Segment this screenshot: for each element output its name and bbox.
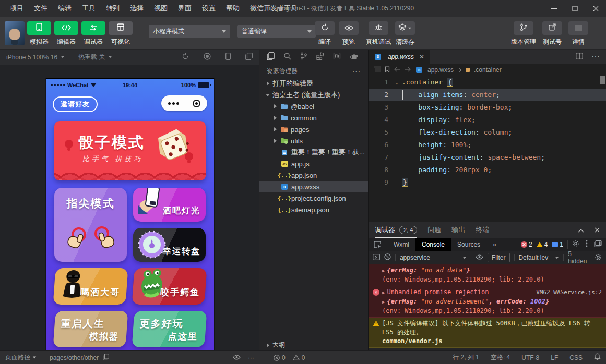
console-error-message[interactable]: ✕ ▶Unhandled promise rejectionVM62 WASer… [369,286,606,318]
fold-chevron-icon[interactable]: ⌄ [393,76,401,89]
nav-back-icon[interactable] [394,66,400,74]
breadcrumb-symbol[interactable]: .container [474,66,502,74]
clear-console-icon[interactable] [384,253,391,262]
menu-project[interactable]: 项目 [5,2,28,15]
preview-button[interactable]: 预览 [334,21,363,46]
tile-crocodile[interactable]: 咬手鳄鱼 [132,268,207,305]
inspect-element-icon[interactable] [369,238,387,251]
dice-mode-banner[interactable]: 骰子模式 比手气 拼技巧 [54,121,206,180]
tile-lucky-wheel[interactable]: 幸运转盘 [133,228,206,262]
menu-edit[interactable]: 编辑 [53,2,76,15]
devtools-tab-wxml[interactable]: Wxml [387,238,415,251]
tile-finger-mode[interactable]: 指尖模式 [54,188,127,262]
user-avatar[interactable] [5,21,25,45]
console-drawer-icon[interactable] [373,254,380,262]
kebab-menu-icon[interactable] [586,240,588,249]
tile-drink-bro[interactable]: 喝酒大哥 [53,268,128,305]
search-icon[interactable] [283,52,291,62]
tile-restart-life[interactable]: 重启人生 模拟器 [53,311,128,347]
editor-toggle-button[interactable]: 编辑器 [53,21,79,46]
split-editor-icon[interactable] [576,52,583,62]
language-mode[interactable]: CSS [569,354,583,361]
notifications-bell-icon[interactable] [594,353,601,362]
expand-triangle-icon[interactable]: ▶ [382,290,385,295]
expand-triangle-icon[interactable]: ▶ [382,299,385,305]
menu-view[interactable]: 视图 [149,2,172,15]
debugger-toggle-button[interactable]: 调试器 [80,21,106,46]
tab-output[interactable]: 输出 [451,225,465,235]
mode-select[interactable]: 小程序模式 [149,25,230,38]
file-readme[interactable]: 重要！重要！重要！获... [259,147,368,158]
simulator-toggle-button[interactable]: 模拟器 [26,21,52,46]
context-select[interactable]: appservice [400,254,467,261]
bookmark-icon[interactable] [385,66,390,74]
version-manage-button[interactable]: 版本管理 [507,21,540,46]
more-dots-icon[interactable] [168,102,179,105]
open-editors-section[interactable]: 打开的编辑器 [259,78,368,89]
multi-window-icon[interactable] [245,53,253,62]
tab-debugger[interactable]: 调试器 2, 4 [375,222,417,238]
cursor-position[interactable]: 行 2, 列 1 [453,353,479,362]
file-project-config[interactable]: {..}project.config.json [259,192,368,204]
console-settings-icon[interactable] [595,253,602,262]
folder-babel[interactable]: @babel [259,101,368,112]
eol-setting[interactable]: LF [551,354,558,361]
device-frame-icon[interactable] [225,53,231,62]
page-path-select[interactable]: 页面路径 [5,353,37,362]
encoding-setting[interactable]: UTF-8 [521,354,539,361]
source-control-icon[interactable] [300,52,307,62]
warning-count[interactable]: 4 [537,241,548,248]
folder-common[interactable]: common [259,112,368,124]
nav-forward-icon[interactable] [405,66,411,74]
visualization-toggle-button[interactable]: 可视化 [108,21,134,46]
expand-triangle-icon[interactable]: ▶ [382,268,385,273]
close-target-icon[interactable] [193,100,200,107]
file-app-json[interactable]: {..}app.json [259,169,368,181]
tab-terminal[interactable]: 终端 [476,225,489,235]
more-tabs-icon[interactable]: » [486,238,503,251]
record-icon[interactable] [204,53,211,62]
project-root-section[interactable]: 酒桌王者 (流量主版本) [259,89,368,101]
menu-settings[interactable]: 设置 [197,2,220,15]
copy-icon[interactable] [103,354,109,362]
collapse-panel-icon[interactable] [578,226,584,234]
source-link[interactable]: VM62 WAService.js:2 [536,288,602,297]
tab-app-wxss[interactable]: 3 app.wxss ✕ [369,50,430,64]
menu-goto[interactable]: 转到 [101,2,124,15]
breadcrumb-file[interactable]: app.wxss [427,66,454,74]
compile-mode-select[interactable]: 普通编译 [237,25,316,38]
message-count[interactable]: 1 [552,241,563,248]
close-panel-icon[interactable] [595,226,600,234]
devtools-tab-console[interactable]: Console [415,238,451,251]
extensions-icon[interactable] [316,52,324,62]
rotate-icon[interactable] [182,53,189,62]
editor-scrollbar-thumb[interactable] [600,76,605,84]
menu-help[interactable]: 帮助 [221,2,244,15]
more-actions-icon[interactable]: ··· [248,354,254,361]
tile-more-games[interactable]: 更多好玩 点这里 [132,311,207,347]
miniprogram-capsule[interactable] [161,95,207,111]
menu-file[interactable]: 文件 [29,2,52,15]
status-warning-count[interactable]: 0 [293,354,305,361]
file-app-wxss[interactable]: 3app.wxss [259,181,368,192]
dock-side-icon[interactable] [594,240,602,249]
details-button[interactable]: 详情 [564,21,593,46]
code-editor[interactable]: 1⌄.container { 2 align-items: center;3 b… [369,76,606,245]
log-level-select[interactable]: Default lev [518,254,559,261]
more-actions-icon[interactable]: ··· [591,52,600,62]
menu-interface[interactable]: 界面 [173,2,196,15]
devtools-tab-sources[interactable]: Sources [451,238,486,251]
tab-problems[interactable]: 问题 [427,225,441,235]
close-icon[interactable] [585,0,606,17]
tile-bar-light[interactable]: 酒吧灯光 [133,188,206,222]
files-icon[interactable] [267,52,275,62]
outline-section[interactable]: 大纲 [259,339,368,350]
menu-select[interactable]: 选择 [125,2,148,15]
error-count[interactable]: ✕2 [521,241,532,248]
live-expression-eye-icon[interactable] [476,254,483,261]
page-path-value[interactable]: pages/other/other [50,354,99,361]
devtools-settings-icon[interactable] [572,240,579,249]
clear-cache-button[interactable]: 清缓存 [390,21,420,46]
teapot-icon[interactable] [350,53,359,62]
indentation-setting[interactable]: 空格: 4 [491,353,510,362]
